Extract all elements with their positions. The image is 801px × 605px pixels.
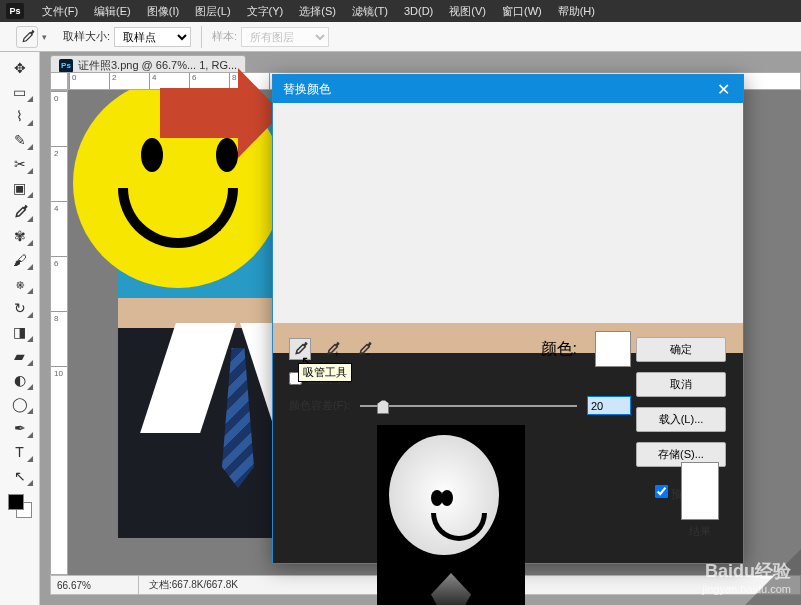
ps-file-icon: Ps (59, 59, 73, 73)
result-color-swatch[interactable] (681, 462, 719, 520)
fuzziness-slider[interactable] (360, 405, 577, 407)
blur-tool-icon[interactable]: ◐ (9, 370, 31, 390)
eyedropper-picker-icon[interactable]: ↖ 吸管工具 (289, 338, 311, 360)
history-brush-tool-icon[interactable]: ↻ (9, 298, 31, 318)
color-label: 颜色: (541, 339, 577, 360)
pen-tool-icon[interactable]: ✒ (9, 418, 31, 438)
menu-3d[interactable]: 3D(D) (396, 5, 441, 17)
replace-color-dialog: 替换颜色 ✕ ↖ 吸管工具 + - 颜色: 色簇(Z) 颜色容差(F (272, 74, 744, 564)
path-tool-icon[interactable]: ↖ (9, 466, 31, 486)
menu-select[interactable]: 选择(S) (291, 4, 344, 19)
menu-image[interactable]: 图像(I) (139, 4, 187, 19)
annotation-arrow-icon (160, 88, 240, 138)
quick-select-tool-icon[interactable]: ✎ (9, 130, 31, 150)
fuzziness-label: 颜色容差(F): (289, 398, 350, 413)
move-tool-icon[interactable]: ✥ (9, 58, 31, 78)
tooltip: 吸管工具 (298, 363, 352, 382)
menu-window[interactable]: 窗口(W) (494, 4, 550, 19)
cancel-button[interactable]: 取消 (636, 372, 726, 397)
dialog-title: 替换颜色 (283, 81, 331, 98)
close-icon[interactable]: ✕ (703, 75, 743, 103)
fuzziness-field[interactable] (587, 396, 631, 415)
eyedropper-tool-icon[interactable] (9, 202, 31, 222)
color-swatch[interactable] (8, 494, 32, 518)
dodge-tool-icon[interactable]: ◯ (9, 394, 31, 414)
stamp-tool-icon[interactable]: ⎈ (9, 274, 31, 294)
selection-preview[interactable] (377, 425, 525, 605)
brush-tool-icon[interactable]: 🖌 (9, 250, 31, 270)
doc-info: 文档:667.8K/667.8K (139, 578, 238, 592)
menu-file[interactable]: 文件(F) (34, 4, 86, 19)
ruler-vertical[interactable]: 0246810 (50, 90, 68, 575)
menu-view[interactable]: 视图(V) (441, 4, 494, 19)
options-bar: ▾ 取样大小: 取样点 样本: 所有图层 (0, 22, 801, 52)
app-logo: Ps (6, 3, 24, 19)
menu-type[interactable]: 文字(Y) (239, 4, 292, 19)
divider (201, 26, 202, 48)
document-title: 证件照3.png @ 66.7%... 1, RG... (78, 58, 237, 73)
menu-layer[interactable]: 图层(L) (187, 4, 238, 19)
menu-filter[interactable]: 滤镜(T) (344, 4, 396, 19)
svg-text:+: + (334, 349, 339, 359)
eraser-tool-icon[interactable]: ◨ (9, 322, 31, 342)
eyedropper-subtract-icon[interactable]: - (353, 338, 375, 360)
result-label: 结果 (681, 524, 719, 539)
menu-edit[interactable]: 编辑(E) (86, 4, 139, 19)
ruler-corner (50, 72, 68, 90)
sample-size-label: 取样大小: (63, 29, 110, 44)
sample-source-label: 样本: (212, 29, 237, 44)
lasso-tool-icon[interactable]: ⌇ (9, 106, 31, 126)
load-button[interactable]: 载入(L)... (636, 407, 726, 432)
ok-button[interactable]: 确定 (636, 337, 726, 362)
current-tool-eyedropper-icon[interactable] (16, 26, 38, 48)
svg-text:-: - (366, 349, 369, 359)
sample-source-select: 所有图层 (241, 27, 329, 47)
zoom-level[interactable]: 66.67% (51, 576, 139, 594)
eyedropper-add-icon[interactable]: + (321, 338, 343, 360)
source-color-swatch[interactable] (595, 331, 631, 367)
watermark-corner (745, 549, 801, 605)
result-group: 结果 (681, 462, 719, 539)
tool-preset-chevron-icon[interactable]: ▾ (42, 32, 47, 42)
menu-bar: Ps 文件(F) 编辑(E) 图像(I) 图层(L) 文字(Y) 选择(S) 滤… (0, 0, 801, 22)
toolbox: ✥ ▭ ⌇ ✎ ✂ ▣ ✾ 🖌 ⎈ ↻ ◨ ▰ ◐ ◯ ✒ T ↖ (0, 52, 40, 605)
menu-help[interactable]: 帮助(H) (550, 4, 603, 19)
sample-size-select[interactable]: 取样点 (114, 27, 191, 47)
healing-tool-icon[interactable]: ✾ (9, 226, 31, 246)
dialog-titlebar[interactable]: 替换颜色 ✕ (273, 75, 743, 103)
gradient-tool-icon[interactable]: ▰ (9, 346, 31, 366)
crop-tool-icon[interactable]: ✂ (9, 154, 31, 174)
frame-tool-icon[interactable]: ▣ (9, 178, 31, 198)
type-tool-icon[interactable]: T (9, 442, 31, 462)
marquee-tool-icon[interactable]: ▭ (9, 82, 31, 102)
